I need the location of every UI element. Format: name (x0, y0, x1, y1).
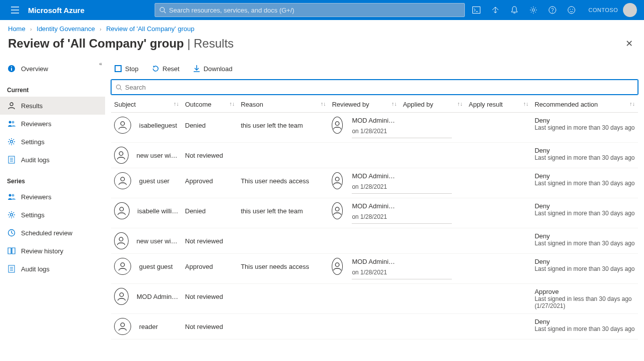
recommended-action: Deny (534, 258, 635, 265)
reset-button[interactable]: Reset (149, 63, 183, 75)
outcome-cell: Approved (182, 254, 238, 284)
sort-icon[interactable]: ↑↓ (320, 101, 326, 107)
settings-icon[interactable] (524, 0, 542, 20)
col-outcome[interactable]: Outcome↑↓ (182, 97, 238, 113)
sidebar-item-overview[interactable]: Overview (0, 60, 105, 78)
svg-point-3 (160, 8, 165, 12)
notifications-icon[interactable] (505, 0, 523, 20)
table-row[interactable]: isabelleguestDeniedthis user left the te… (111, 113, 638, 143)
stop-button[interactable]: Stop (111, 63, 142, 75)
svg-point-40 (120, 152, 124, 156)
sort-icon[interactable]: ↑↓ (629, 101, 635, 107)
help-icon[interactable] (543, 0, 561, 20)
col-reason[interactable]: Reason↑↓ (238, 97, 329, 113)
filter-search-input[interactable] (125, 84, 633, 91)
breadcrumb-identity-governance[interactable]: Identity Governance (37, 25, 95, 33)
sidebar-item-audit-logs[interactable]: Audit logs (0, 260, 105, 278)
svg-point-43 (120, 207, 124, 211)
sidebar-item-reviewers[interactable]: Reviewers (0, 115, 105, 133)
sidebar-heading-current: Current (0, 78, 105, 97)
sidebar-item-reviewers[interactable]: Reviewers (0, 188, 105, 206)
collapse-sidebar-button[interactable]: « (99, 61, 102, 67)
sidebar-heading-series: Series (0, 169, 105, 188)
results-table: Subject↑↓ Outcome↑↓ Reason↑↓ Reviewed by… (111, 97, 638, 339)
table-row[interactable]: new user with m…Not reviewedDenyLast sig… (111, 143, 638, 168)
sort-icon[interactable]: ↑↓ (174, 101, 179, 107)
feedback-icon[interactable] (562, 0, 580, 20)
apply-result-cell (466, 113, 532, 143)
sort-icon[interactable]: ↑↓ (523, 101, 528, 107)
table-row[interactable]: new user with m…Not reviewedDenyLast sig… (111, 228, 638, 254)
download-button[interactable]: Download (190, 63, 236, 75)
sidebar-item-label: Reviewers (21, 193, 52, 201)
svg-point-16 (11, 67, 12, 68)
sidebar-item-settings[interactable]: Settings (0, 206, 105, 224)
sidebar-item-review-history[interactable]: Review history (0, 242, 105, 260)
breadcrumb-home[interactable]: Home (8, 25, 26, 33)
person-icon (7, 101, 16, 110)
col-apply-result[interactable]: Apply result↑↓ (466, 97, 532, 113)
recommended-action: Deny (534, 172, 635, 180)
col-subject[interactable]: Subject↑↓ (111, 97, 182, 113)
table-row[interactable]: MOD Administr…Not reviewedApproveLast si… (111, 284, 638, 314)
global-search-input[interactable] (169, 7, 460, 14)
reason-cell (238, 143, 329, 168)
outcome-cell: Denied (182, 113, 238, 143)
col-applied-by[interactable]: Applied by↑↓ (400, 97, 466, 113)
recommended-detail: Last signed in more than 30 days ago (534, 180, 635, 187)
menu-toggle[interactable] (5, 0, 25, 20)
table-row[interactable]: guest guestApprovedThis user needs acces… (111, 254, 638, 284)
svg-point-38 (121, 122, 125, 126)
table-row[interactable]: guest userApprovedThis user needs access… (111, 168, 638, 198)
sort-icon[interactable]: ↑↓ (457, 101, 463, 107)
reason-cell: this user left the team (238, 198, 329, 228)
sidebar-item-scheduled-review[interactable]: Scheduled review (0, 224, 105, 242)
people-icon (7, 192, 16, 201)
breadcrumb-review[interactable]: Review of 'All Company' group (106, 25, 194, 33)
review-date: on 1/28/2021 (352, 269, 452, 279)
reviewer-name: MOD Administr… (352, 117, 397, 124)
close-blade-button[interactable]: ✕ (622, 37, 636, 51)
col-recommended[interactable]: Recommended action↑↓ (531, 97, 638, 113)
user-avatar[interactable] (623, 3, 637, 17)
sort-icon[interactable]: ↑↓ (229, 101, 235, 107)
global-search[interactable] (155, 3, 465, 17)
topbar: Microsoft Azure CONTOSO (0, 0, 644, 20)
svg-point-49 (121, 323, 125, 327)
reviewer-name: MOD Administr… (352, 172, 397, 180)
tenant-label: CONTOSO (588, 7, 618, 13)
sidebar-item-audit-logs[interactable]: Audit logs (0, 151, 105, 169)
recommended-detail: Last signed in more than 30 days ago (534, 325, 635, 332)
outcome-cell: Not reviewed (182, 314, 238, 339)
col-reviewed-by[interactable]: Reviewed by↑↓ (329, 97, 400, 113)
table-row[interactable]: isabelle williamsDeniedthis user left th… (111, 198, 638, 228)
apply-result-cell (466, 254, 532, 284)
recommended-action: Deny (534, 318, 635, 325)
outcome-cell: Not reviewed (182, 284, 238, 314)
avatar-icon (332, 202, 343, 219)
log-icon (7, 264, 16, 273)
page-title: Review of 'All Company' group | Results (8, 37, 234, 51)
review-date: on 1/28/2021 (352, 183, 452, 194)
recommended-detail: Last signed in more than 30 days ago (534, 154, 635, 161)
avatar-icon (114, 202, 130, 219)
cloud-shell-icon[interactable] (467, 0, 485, 20)
sidebar-item-settings[interactable]: Settings (0, 133, 105, 151)
svg-point-45 (120, 237, 124, 241)
toolbar: Stop Reset Download (111, 58, 638, 80)
filter-search[interactable] (111, 80, 638, 95)
brand-label[interactable]: Microsoft Azure (28, 6, 85, 15)
svg-point-26 (12, 194, 14, 197)
table-row[interactable]: readerNot reviewedDenyLast signed in mor… (111, 314, 638, 339)
directory-icon[interactable] (486, 0, 504, 20)
avatar-icon (332, 258, 343, 275)
svg-point-25 (9, 194, 11, 197)
avatar-icon (114, 258, 131, 275)
info-icon (7, 64, 16, 73)
breadcrumb: Home › Identity Governance › Review of '… (0, 20, 644, 35)
sort-icon[interactable]: ↑↓ (391, 101, 397, 107)
apply-result-cell (466, 228, 532, 254)
sidebar-item-results[interactable]: Results (0, 97, 105, 115)
recommended-detail: Last signed in more than 30 days ago (534, 265, 635, 272)
subject-name: MOD Administr… (137, 293, 179, 300)
